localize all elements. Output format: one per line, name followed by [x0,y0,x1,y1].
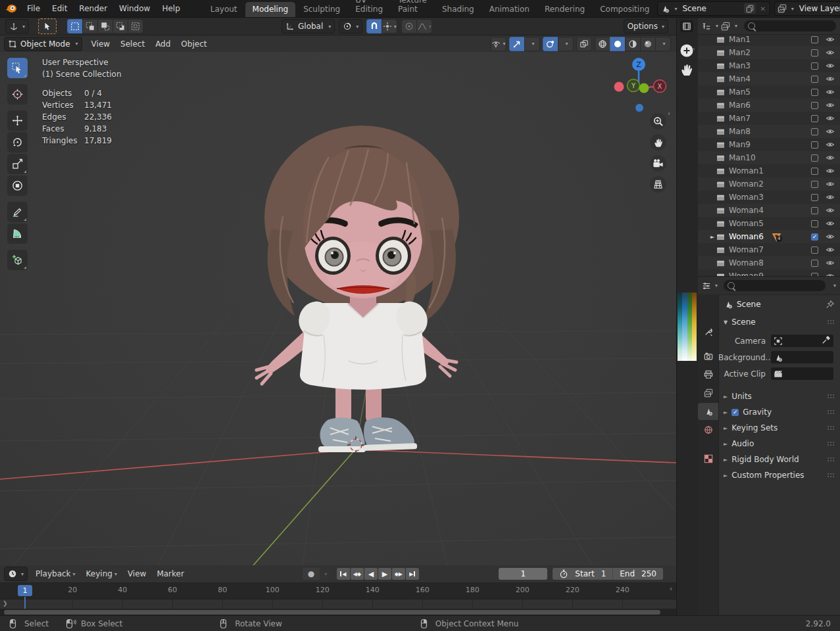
blender-logo-icon[interactable] [5,3,17,14]
snap-target-dropdown[interactable]: ▾ [382,19,397,34]
outliner-item-man6[interactable]: Man6 [698,99,840,112]
visibility-toggle[interactable] [826,76,835,82]
next-keyframe-button[interactable]: ◆▶ [392,568,405,580]
outliner-item-woman4[interactable]: Woman4 [698,204,840,217]
transform-orientation-dropdown[interactable]: Global ▾ [282,19,335,34]
outliner-item-woman5[interactable]: Woman5 [698,217,840,230]
eye-icon[interactable] [826,89,835,95]
select-intersect-button[interactable] [128,19,143,34]
gravity-checkbox[interactable]: ✓ [731,409,739,416]
eye-icon[interactable] [826,181,835,187]
keying-set-dropdown[interactable]: ▾ [320,568,330,580]
scene-panel-header[interactable]: ▼ Scene [718,314,840,330]
overlays-dropdown[interactable]: ▾ [558,37,574,51]
workspace-tab-shading[interactable]: Shading [435,2,482,17]
eyedropper-icon[interactable] [822,335,831,344]
visibility-toggle[interactable] [826,246,835,253]
outliner-item-label[interactable]: Woman5 [729,219,764,228]
outliner-item-label[interactable]: Woman4 [729,206,764,215]
visibility-toggle[interactable] [826,115,835,122]
shading-rendered-button[interactable] [640,37,655,51]
start-frame-field[interactable]: Start1 [553,569,612,578]
navigation-gizmo[interactable]: Z Y X [610,55,667,114]
outliner-item-man3[interactable]: Man3 [698,59,840,72]
selectable-checkbox[interactable]: ✓ [811,233,818,241]
checkbox[interactable] [811,115,818,122]
workspace-tab-texture-paint[interactable]: Texture Paint [391,0,434,17]
menu-edit[interactable]: Edit [46,0,73,17]
eye-icon[interactable] [826,154,835,161]
shading-dropdown[interactable]: ▾ [655,37,671,51]
jump-to-start-button[interactable]: ◀ [337,568,350,580]
proportional-falloff-dropdown[interactable]: ▾ [416,19,432,34]
selectable-checkbox[interactable] [811,194,818,201]
outliner-item-label[interactable]: Man2 [729,48,751,57]
workspace-tab-layout[interactable]: Layout [203,2,245,17]
visibility-toggle[interactable] [826,154,835,161]
expand-caret-icon[interactable]: ► [708,234,716,240]
current-frame-field[interactable]: 1 [499,568,547,580]
panel-custom-properties[interactable]: ►Custom Properties [718,467,840,483]
outliner-item-woman9[interactable]: Woman9 [698,269,840,276]
scrollbar-thumb[interactable] [4,610,660,615]
outliner-item-man9[interactable]: Man9 [698,138,840,151]
viewport-menu-object[interactable]: Object [176,39,212,49]
visibility-toggle[interactable] [826,102,835,108]
menu-window[interactable]: Window [113,0,156,17]
gizmo-dropdown[interactable]: ▾ [524,37,540,51]
panel-rigid-body-world[interactable]: ►Rigid Body World [718,452,840,467]
checkbox[interactable] [811,36,818,43]
visibility-toggle[interactable] [826,194,835,200]
selectable-checkbox[interactable] [811,246,818,254]
visibility-toggle[interactable] [826,128,835,135]
visibility-toggle[interactable] [826,260,835,266]
outliner-item-label[interactable]: Man10 [729,153,756,162]
selectable-checkbox[interactable] [811,207,818,214]
selectable-checkbox[interactable] [811,62,818,70]
selectable-checkbox[interactable] [811,260,818,267]
active-clip-field[interactable] [771,367,833,380]
visibility-toggle[interactable] [826,36,835,43]
properties-tab-tool[interactable] [698,323,718,340]
options-dropdown[interactable]: Options ▾ [624,19,668,34]
select-extend-button[interactable] [82,19,97,34]
selectable-checkbox[interactable] [811,181,818,188]
select-new-button[interactable] [67,19,82,34]
background--field[interactable] [771,351,833,363]
visibility-toggle[interactable] [826,168,835,174]
viewport-menu-view[interactable]: View [86,39,115,49]
tool-move-button[interactable] [7,110,28,131]
outliner-item-label[interactable]: Man3 [729,61,751,70]
eye-icon[interactable] [826,141,835,148]
outliner-item-woman6[interactable]: ►Woman64✓ [698,230,840,243]
selectable-checkbox[interactable] [811,49,818,57]
outliner-item-label[interactable]: Man9 [729,140,751,149]
viewport-menu-add[interactable]: Add [150,39,176,49]
outliner-item-woman3[interactable]: Woman3 [698,191,840,204]
timeline-collapse-chevron[interactable]: ‹ [670,585,672,592]
shading-wireframe-button[interactable] [595,37,610,51]
properties-tab-output[interactable] [698,366,718,383]
selectable-checkbox[interactable] [811,36,818,43]
camera-field[interactable] [771,335,833,347]
outliner-item-woman2[interactable]: Woman2 [698,177,840,191]
eye-icon[interactable] [826,260,835,266]
snap-toggle-button[interactable] [366,19,382,34]
visibility-toggle[interactable] [826,233,835,240]
viewport-menu-select[interactable]: Select [115,39,150,49]
outliner-item-label[interactable]: Woman7 [729,245,764,254]
visibility-toggle[interactable] [826,62,835,69]
tool-transform-button[interactable] [7,175,28,196]
visibility-toggle[interactable] [826,141,835,148]
jump-to-end-button[interactable]: ▶ [406,568,419,580]
checkbox[interactable] [811,154,818,162]
proportional-editing-button[interactable] [401,19,416,34]
selectable-checkbox[interactable] [811,102,818,109]
active-tool-button[interactable] [38,18,57,34]
selectable-checkbox[interactable] [811,154,818,162]
eye-icon[interactable] [826,220,835,227]
mode-dropdown[interactable]: Object Mode ▾ [4,37,82,51]
outliner-item-label[interactable]: Woman9 [729,271,764,276]
timeline-menu-playback[interactable]: Playback▾ [30,569,81,578]
sidebar-collapse-chevron[interactable]: ‹ [668,110,670,117]
